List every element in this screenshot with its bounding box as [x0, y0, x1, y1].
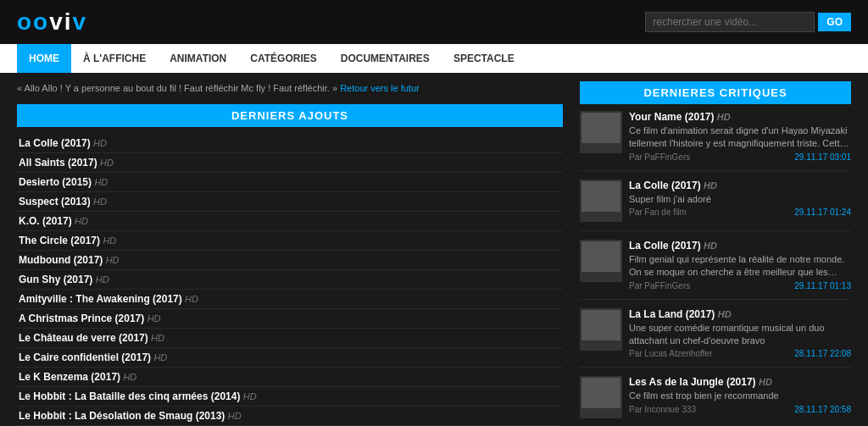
breadcrumb: « Allo Allo ! Y a personne au bout du fi… — [17, 81, 563, 96]
critique-thumbnail — [580, 376, 622, 418]
hd-badge: HD — [147, 313, 161, 324]
critique-item: Your Name (2017) HD Ce film d'animation … — [580, 111, 851, 171]
left-column: « Allo Allo ! Y a personne au bout du fi… — [17, 81, 563, 426]
critique-text: Une super comédie romantique musical un … — [629, 322, 851, 348]
critique-meta: Par PaFFinGers 29.11.17 03:01 — [629, 152, 851, 162]
critique-item: La Colle (2017) HD Super film j'ai adoré… — [580, 180, 851, 231]
critique-meta: Par PaFFinGers 29.11.17 01:13 — [629, 281, 851, 290]
nav-item-cat-gories[interactable]: CATÉGORIES — [238, 44, 328, 73]
critique-date: 29.11.17 01:13 — [794, 281, 851, 290]
critique-text: Ce film d'animation serait digne d'un Ha… — [629, 124, 851, 151]
hd-badge: HD — [243, 391, 257, 401]
nav-item-home[interactable]: HOME — [17, 44, 71, 73]
critique-item: La La Land (2017) HD Une super comédie r… — [580, 308, 851, 368]
hd-badge: HD — [759, 377, 772, 387]
critique-meta: Par Inconnue 333 28.11.17 20:58 — [629, 405, 851, 414]
hd-badge: HD — [718, 309, 732, 319]
critique-thumbnail — [580, 180, 622, 222]
critique-author: Par Inconnue 333 — [629, 405, 696, 414]
nav-item-spectacle[interactable]: SPECTACLE — [442, 44, 526, 73]
hd-badge: HD — [94, 177, 108, 187]
list-item[interactable]: Le Hobbit : La Désolation de Smaug (2013… — [17, 407, 563, 426]
list-item[interactable]: Desierto (2015) HD — [17, 173, 563, 192]
movie-title[interactable]: Amityville : The Awakening (2017) — [19, 293, 182, 305]
list-item[interactable]: All Saints (2017) HD — [17, 153, 563, 173]
critique-movie-title[interactable]: Les As de la Jungle (2017) HD — [629, 376, 851, 388]
hd-badge: HD — [704, 180, 717, 191]
hd-badge: HD — [717, 112, 731, 122]
right-column: DERNIERES CRITIQUES Your Name (2017) HD … — [580, 81, 851, 426]
movie-title[interactable]: Gun Shy (2017) — [19, 274, 92, 285]
movie-title[interactable]: Suspect (2013) — [19, 196, 91, 207]
critique-item: Les As de la Jungle (2017) HD Ce film es… — [580, 376, 851, 426]
hd-badge: HD — [100, 158, 114, 168]
movie-title[interactable]: K.O. (2017) — [19, 215, 72, 227]
critique-date: 29.11.17 03:01 — [794, 152, 851, 162]
list-item[interactable]: Le Château de verre (2017) HD — [17, 329, 563, 348]
list-item[interactable]: The Circle (2017) HD — [17, 231, 563, 251]
movie-title[interactable]: Le Hobbit : La Désolation de Smaug (2013… — [19, 410, 225, 422]
list-item[interactable]: Suspect (2013) HD — [17, 192, 563, 212]
search-input[interactable] — [645, 12, 815, 32]
movie-title[interactable]: Le Caire confidentiel (2017) — [19, 351, 151, 363]
nav-item---l-affiche[interactable]: À L'AFFICHE — [71, 44, 158, 73]
critique-meta: Par Lucas Atzenhoffer 28.11.17 22:08 — [629, 349, 851, 358]
list-item[interactable]: Le Hobbit : La Bataille des cinq armées … — [17, 387, 563, 407]
list-item[interactable]: La Colle (2017) HD — [17, 134, 563, 153]
movie-title[interactable]: Mudbound (2017) — [19, 254, 103, 266]
hd-badge: HD — [153, 352, 167, 362]
main-nav: HOMEÀ L'AFFICHEANIMATIONCATÉGORIESDOCUME… — [0, 44, 868, 73]
critique-info: La Colle (2017) HD Super film j'ai adoré… — [629, 180, 851, 222]
critique-movie-title[interactable]: La La Land (2017) HD — [629, 308, 851, 320]
movie-title[interactable]: Desierto (2015) — [19, 176, 92, 188]
breadcrumb-link[interactable]: Retour vers le futur — [340, 83, 420, 93]
critique-info: Les As de la Jungle (2017) HD Ce film es… — [629, 376, 851, 418]
movie-title[interactable]: All Saints (2017) — [19, 157, 97, 169]
movie-title[interactable]: A Christmas Prince (2017) — [19, 313, 144, 324]
critique-thumbnail — [580, 308, 622, 351]
critique-author: Par Lucas Atzenhoffer — [629, 349, 712, 358]
header: ooviv GO — [0, 0, 868, 44]
critique-author: Par PaFFinGers — [629, 152, 690, 162]
hd-badge: HD — [106, 255, 120, 265]
critique-thumbnail — [580, 111, 622, 153]
dernieres-critiques-title: DERNIERES CRITIQUES — [580, 81, 851, 104]
nav-item-documentaires[interactable]: DOCUMENTAIRES — [329, 44, 442, 73]
critique-date: 28.11.17 20:58 — [794, 405, 851, 414]
list-item[interactable]: Gun Shy (2017) HD — [17, 270, 563, 290]
logo[interactable]: ooviv — [17, 8, 87, 36]
hd-badge: HD — [96, 274, 109, 285]
hd-badge: HD — [151, 333, 164, 343]
movie-list: La Colle (2017) HDAll Saints (2017) HDDe… — [17, 134, 563, 427]
search-button[interactable]: GO — [818, 13, 851, 31]
list-item[interactable]: Le Caire confidentiel (2017) HD — [17, 348, 563, 368]
list-item[interactable]: Mudbound (2017) HD — [17, 251, 563, 270]
critique-movie-title[interactable]: La Colle (2017) HD — [629, 240, 851, 252]
hd-badge: HD — [704, 241, 717, 251]
movie-title[interactable]: Le K Benzema (2017) — [19, 371, 120, 383]
search-bar: GO — [645, 12, 851, 32]
critique-info: Your Name (2017) HD Ce film d'animation … — [629, 111, 851, 162]
main-content: « Allo Allo ! Y a personne au bout du fi… — [0, 73, 868, 426]
critique-thumbnail — [580, 240, 622, 282]
hd-badge: HD — [75, 216, 88, 226]
movie-title[interactable]: Le Hobbit : La Bataille des cinq armées … — [19, 390, 240, 402]
critique-movie-title[interactable]: La Colle (2017) HD — [629, 180, 851, 191]
critique-info: La La Land (2017) HD Une super comédie r… — [629, 308, 851, 359]
nav-item-animation[interactable]: ANIMATION — [158, 44, 238, 73]
movie-title[interactable]: La Colle (2017) — [19, 137, 91, 149]
critique-text: Film genial qui représente la réalité de… — [629, 253, 851, 279]
list-item[interactable]: A Christmas Prince (2017) HD — [17, 309, 563, 329]
list-item[interactable]: Amityville : The Awakening (2017) HD — [17, 290, 563, 309]
list-item[interactable]: Le K Benzema (2017) HD — [17, 368, 563, 387]
critique-movie-title[interactable]: Your Name (2017) HD — [629, 111, 851, 123]
hd-badge: HD — [103, 235, 116, 246]
critique-text: Ce film est trop bien je recommande — [629, 390, 851, 402]
critique-item: La Colle (2017) HD Film genial qui repré… — [580, 240, 851, 300]
movie-title[interactable]: The Circle (2017) — [19, 235, 100, 246]
list-item[interactable]: K.O. (2017) HD — [17, 212, 563, 231]
critique-date: 29.11.17 01:24 — [794, 207, 851, 217]
critique-date: 28.11.17 22:08 — [794, 349, 851, 358]
critique-text: Super film j'ai adoré — [629, 193, 851, 206]
movie-title[interactable]: Le Château de verre (2017) — [19, 332, 148, 344]
